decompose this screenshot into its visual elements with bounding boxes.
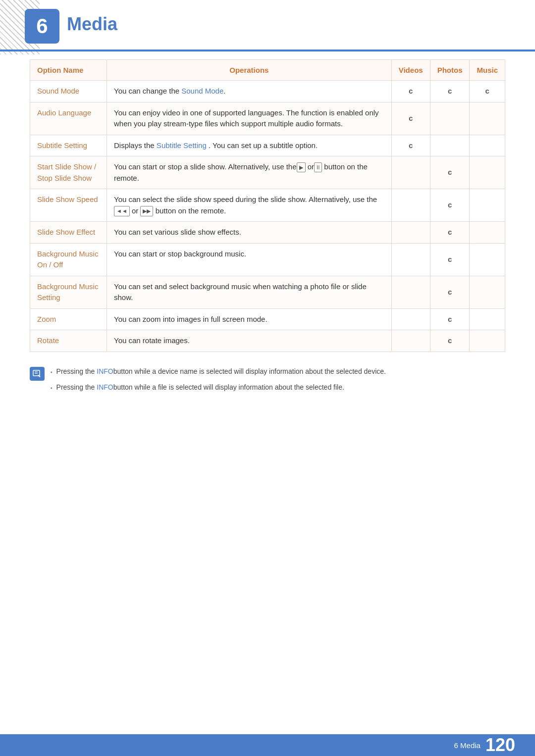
page-title: Media	[67, 14, 117, 35]
option-name-zoom: Zoom	[30, 308, 107, 330]
table-row: Slide Show Speed You can select the slid…	[30, 189, 505, 222]
check-videos-bg-music-onoff	[391, 243, 430, 276]
check-photos-bg-music-setting: c	[430, 276, 470, 308]
options-table: Option Name Operations Videos Photos Mus…	[30, 59, 505, 352]
option-name-sound-mode: Sound Mode	[30, 81, 107, 102]
table-row: Background Music Setting You can set and…	[30, 276, 505, 308]
note-item-1: ▪ Pressing the INFObutton while a device…	[51, 366, 386, 377]
check-photos-zoom: c	[430, 308, 470, 330]
operations-sound-mode: You can change the Sound Mode.	[107, 81, 392, 102]
note-item-2: ▪ Pressing the INFObutton while a file i…	[51, 382, 386, 393]
operations-zoom: You can zoom into images in full screen …	[107, 308, 392, 330]
header-videos: Videos	[391, 60, 430, 81]
check-photos-sound-mode: c	[430, 81, 470, 102]
check-music-start-slide	[470, 156, 505, 189]
check-music-subtitle	[470, 135, 505, 156]
check-videos-start-slide	[391, 156, 430, 189]
operations-bg-music-setting: You can set and select background music …	[107, 276, 392, 308]
check-photos-bg-music-onoff: c	[430, 243, 470, 276]
notes-section: ▪ Pressing the INFObutton while a device…	[30, 366, 505, 398]
table-row: Rotate You can rotate images. c	[30, 330, 505, 352]
operations-subtitle: Displays the Subtitle Setting . You can …	[107, 135, 392, 156]
check-videos-bg-music-setting	[391, 276, 430, 308]
check-music-rotate	[470, 330, 505, 352]
chapter-number: 6	[36, 16, 48, 37]
option-name-bg-music-setting: Background Music Setting	[30, 276, 107, 308]
operations-start-slide: You can start or stop a slide show. Alte…	[107, 156, 392, 189]
operations-audio-language: You can enjoy video in one of supported …	[107, 102, 392, 135]
check-photos-slide-effect: c	[430, 222, 470, 244]
chapter-box: 6	[25, 9, 59, 44]
notes-content: ▪ Pressing the INFObutton while a device…	[51, 366, 386, 398]
header-operations: Operations	[107, 60, 392, 81]
operations-slide-effect: You can set various slide show effects.	[107, 222, 392, 244]
note-bullet-2: ▪	[51, 384, 53, 392]
header-option: Option Name	[30, 60, 107, 81]
table-row: Start Slide Show / Stop Slide Show You c…	[30, 156, 505, 189]
option-name-audio-language: Audio Language	[30, 102, 107, 135]
header-photos: Photos	[430, 60, 470, 81]
option-name-slide-speed: Slide Show Speed	[30, 189, 107, 222]
option-name-start-slide: Start Slide Show / Stop Slide Show	[30, 156, 107, 189]
check-videos-subtitle: c	[391, 135, 430, 156]
option-name-rotate: Rotate	[30, 330, 107, 352]
check-music-zoom	[470, 308, 505, 330]
check-videos-sound-mode: c	[391, 81, 430, 102]
option-name-bg-music-onoff: Background Music On / Off	[30, 243, 107, 276]
check-music-audio-language	[470, 102, 505, 135]
footer-page-number: 120	[485, 736, 515, 754]
note-icon	[30, 367, 45, 381]
note-pencil-icon	[33, 370, 42, 378]
operations-bg-music-onoff: You can start or stop background music.	[107, 243, 392, 276]
note-bullet-1: ▪	[51, 368, 53, 376]
content-area: Option Name Operations Videos Photos Mus…	[30, 59, 505, 398]
check-photos-subtitle	[430, 135, 470, 156]
check-music-sound-mode: c	[470, 81, 505, 102]
check-photos-slide-speed: c	[430, 189, 470, 222]
check-videos-rotate	[391, 330, 430, 352]
check-videos-slide-speed	[391, 189, 430, 222]
table-row: Audio Language You can enjoy video in on…	[30, 102, 505, 135]
check-videos-zoom	[391, 308, 430, 330]
footer-label: 6 Media	[454, 741, 481, 750]
table-row: Slide Show Effect You can set various sl…	[30, 222, 505, 244]
table-row: Zoom You can zoom into images in full sc…	[30, 308, 505, 330]
option-name-slide-effect: Slide Show Effect	[30, 222, 107, 244]
note-text-2: Pressing the INFObutton while a file is …	[56, 382, 344, 393]
operations-rotate: You can rotate images.	[107, 330, 392, 352]
check-videos-audio-language: c	[391, 102, 430, 135]
header-underline	[0, 50, 535, 51]
page-container: 6 Media Option Name Operations Videos Ph…	[0, 0, 535, 756]
header-music: Music	[470, 60, 505, 81]
option-name-subtitle: Subtitle Setting	[30, 135, 107, 156]
check-music-bg-music-setting	[470, 276, 505, 308]
check-music-slide-speed	[470, 189, 505, 222]
table-row: Subtitle Setting Displays the Subtitle S…	[30, 135, 505, 156]
table-row: Sound Mode You can change the Sound Mode…	[30, 81, 505, 102]
note-text-1: Pressing the INFObutton while a device n…	[56, 366, 386, 377]
table-row: Background Music On / Off You can start …	[30, 243, 505, 276]
check-photos-start-slide: c	[430, 156, 470, 189]
page-footer: 6 Media 120	[0, 734, 535, 756]
check-music-slide-effect	[470, 222, 505, 244]
check-photos-rotate: c	[430, 330, 470, 352]
operations-slide-speed: You can select the slide show speed duri…	[107, 189, 392, 222]
check-music-bg-music-onoff	[470, 243, 505, 276]
check-videos-slide-effect	[391, 222, 430, 244]
check-photos-audio-language	[430, 102, 470, 135]
